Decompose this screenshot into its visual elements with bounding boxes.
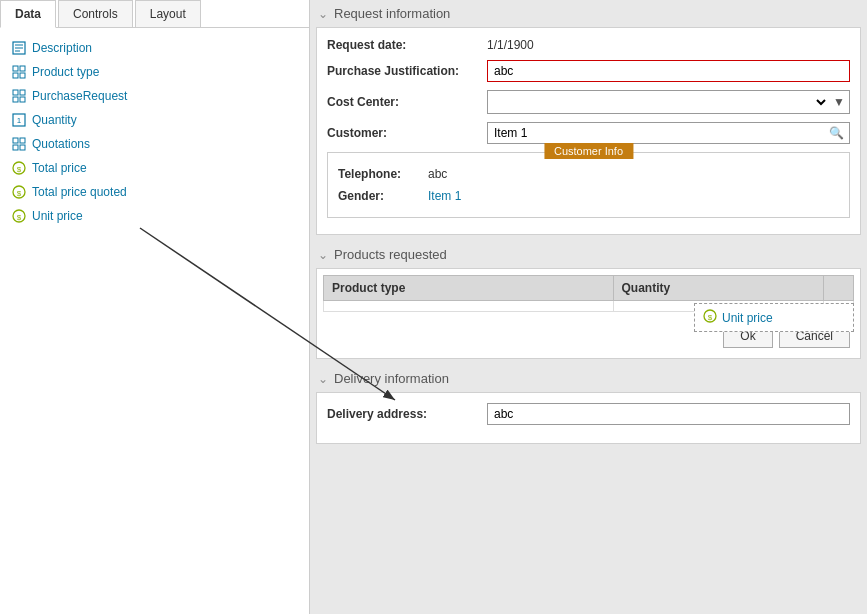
svg-rect-9: [20, 90, 25, 95]
gender-label: Gender:: [338, 189, 428, 203]
sidebar-item-total-price-quoted[interactable]: $ Total price quoted: [10, 180, 299, 204]
request-date-label: Request date:: [327, 38, 487, 52]
sidebar-label-quotations: Quotations: [32, 137, 90, 151]
svg-rect-6: [13, 73, 18, 78]
sidebar-label-product-type: Product type: [32, 65, 99, 79]
justification-label: Purchase Justification:: [327, 64, 487, 78]
sidebar-label-unit-price: Unit price: [32, 209, 83, 223]
delivery-address-input[interactable]: [487, 403, 850, 425]
sidebar-label-quantity: Quantity: [32, 113, 77, 127]
column-dropdown: $ Unit price: [694, 303, 854, 332]
calc-icon-total: $: [10, 159, 28, 177]
telephone-row: Telephone: abc: [338, 167, 839, 181]
sidebar-item-description[interactable]: Description: [10, 36, 299, 60]
grid-icon-purchase: [10, 87, 28, 105]
sidebar-label-description: Description: [32, 41, 92, 55]
cost-center-select[interactable]: [488, 91, 829, 113]
svg-rect-17: [20, 145, 25, 150]
unit-price-calc-icon: $: [703, 309, 717, 326]
customer-label: Customer:: [327, 126, 487, 140]
main-container: Data Controls Layout Description Product…: [0, 0, 867, 614]
dropdown-unit-price[interactable]: $ Unit price: [695, 304, 853, 331]
sidebar-item-total-price[interactable]: $ Total price: [10, 156, 299, 180]
products-section-title: Products requested: [334, 247, 447, 262]
left-panel: Data Controls Layout Description Product…: [0, 0, 310, 614]
customer-input[interactable]: [488, 123, 824, 143]
delivery-section-header: ⌄ Delivery information: [310, 365, 867, 392]
sidebar-item-product-type[interactable]: Product type: [10, 60, 299, 84]
calc-icon-unit: $: [10, 207, 28, 225]
col-product-type: Product type: [324, 276, 614, 301]
request-chevron-icon[interactable]: ⌄: [318, 7, 328, 21]
request-section-header: ⌄ Request information: [310, 0, 867, 27]
panel-content: Description Product type PurchaseRequest…: [0, 28, 309, 614]
gender-value[interactable]: Item 1: [428, 189, 461, 203]
products-section-body: Product type Quantity: [316, 268, 861, 359]
request-date-row: Request date: 1/1/1900: [327, 38, 850, 52]
sidebar-label-total-price-quoted: Total price quoted: [32, 185, 127, 199]
sidebar-item-purchase-request[interactable]: PurchaseRequest: [10, 84, 299, 108]
tab-controls[interactable]: Controls: [58, 0, 133, 27]
delivery-chevron-icon[interactable]: ⌄: [318, 372, 328, 386]
products-chevron-icon[interactable]: ⌄: [318, 248, 328, 262]
num-icon: 1: [10, 111, 28, 129]
sidebar-item-unit-price[interactable]: $ Unit price: [10, 204, 299, 228]
svg-text:$: $: [17, 165, 22, 174]
sidebar-item-quotations[interactable]: Quotations: [10, 132, 299, 156]
customer-search-icon[interactable]: 🔍: [824, 124, 849, 142]
grid-icon-product: [10, 63, 28, 81]
td-product-type: [324, 301, 614, 312]
request-section-body: Request date: 1/1/1900 Purchase Justific…: [316, 27, 861, 235]
svg-rect-7: [20, 73, 25, 78]
svg-rect-15: [20, 138, 25, 143]
svg-text:$: $: [17, 213, 22, 222]
justification-row: Purchase Justification:: [327, 60, 850, 82]
cost-center-label: Cost Center:: [327, 95, 487, 109]
svg-text:1: 1: [17, 116, 22, 125]
delivery-address-row: Delivery address:: [327, 403, 850, 425]
cost-center-select-wrap[interactable]: ▼: [487, 90, 850, 114]
products-section: ⌄ Products requested Product type Quanti…: [310, 241, 867, 359]
grid-icon-quotations: [10, 135, 28, 153]
tab-data[interactable]: Data: [0, 0, 56, 28]
request-section-title: Request information: [334, 6, 450, 21]
tab-bar: Data Controls Layout: [0, 0, 309, 28]
justification-input[interactable]: [487, 60, 850, 82]
sidebar-label-total-price: Total price: [32, 161, 87, 175]
right-panel: ⌄ Request information Request date: 1/1/…: [310, 0, 867, 614]
request-date-value: 1/1/1900: [487, 38, 850, 52]
gender-row: Gender: Item 1: [338, 189, 839, 203]
delivery-section: ⌄ Delivery information Delivery address:: [310, 365, 867, 444]
svg-text:$: $: [17, 189, 22, 198]
svg-rect-5: [20, 66, 25, 71]
dropdown-unit-price-label: Unit price: [722, 311, 773, 325]
sidebar-item-quantity[interactable]: 1 Quantity: [10, 108, 299, 132]
svg-rect-11: [20, 97, 25, 102]
telephone-label: Telephone:: [338, 167, 428, 181]
svg-rect-8: [13, 90, 18, 95]
products-section-header: ⌄ Products requested: [310, 241, 867, 268]
customer-input-wrap[interactable]: 🔍: [487, 122, 850, 144]
telephone-value: abc: [428, 167, 447, 181]
svg-rect-14: [13, 138, 18, 143]
col-empty: [824, 276, 854, 301]
request-section: ⌄ Request information Request date: 1/1/…: [310, 0, 867, 235]
products-table-wrap: Product type Quantity: [323, 275, 854, 312]
tab-layout[interactable]: Layout: [135, 0, 201, 27]
col-quantity: Quantity: [613, 276, 823, 301]
sidebar-label-purchase-request: PurchaseRequest: [32, 89, 127, 103]
svg-rect-10: [13, 97, 18, 102]
customer-row: Customer: 🔍: [327, 122, 850, 144]
text-icon: [10, 39, 28, 57]
svg-text:$: $: [708, 313, 713, 322]
calc-icon-total-quoted: $: [10, 183, 28, 201]
delivery-section-title: Delivery information: [334, 371, 449, 386]
customer-info-body: Telephone: abc Gender: Item 1: [328, 157, 849, 217]
svg-rect-4: [13, 66, 18, 71]
customer-info-box: Customer Info Telephone: abc Gender: Ite…: [327, 152, 850, 218]
svg-rect-16: [13, 145, 18, 150]
delivery-section-body: Delivery address:: [316, 392, 861, 444]
delivery-address-label: Delivery address:: [327, 407, 487, 421]
cost-center-row: Cost Center: ▼: [327, 90, 850, 114]
cost-center-arrow-icon: ▼: [829, 95, 849, 109]
